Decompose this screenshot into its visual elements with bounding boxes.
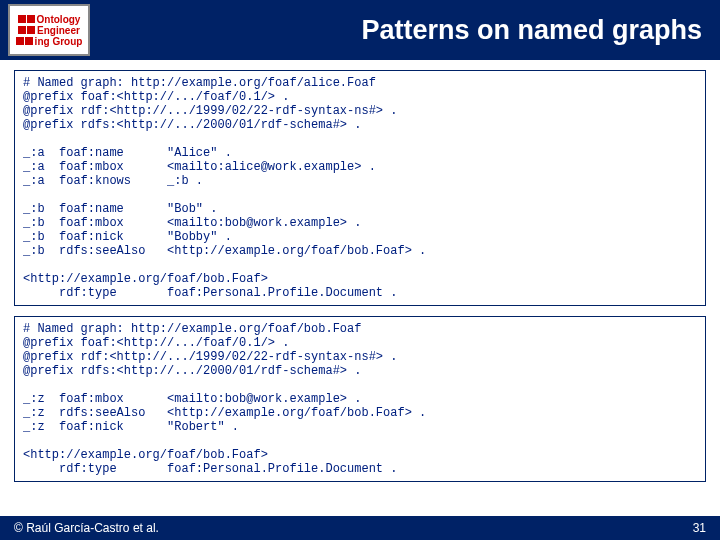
logo-line1: Ontology bbox=[37, 14, 81, 25]
footer-bar: © Raúl García-Castro et al. 31 bbox=[0, 516, 720, 540]
slide-body: # Named graph: http://example.org/foaf/a… bbox=[0, 60, 720, 482]
logo-line3: ing Group bbox=[35, 36, 83, 47]
title-bar: Ontology Engineer ing Group Patterns on … bbox=[0, 0, 720, 60]
slide-title: Patterns on named graphs bbox=[90, 15, 720, 46]
logo-badge: Ontology Engineer ing Group bbox=[8, 4, 90, 56]
logo-line2: Engineer bbox=[37, 25, 80, 36]
code-block-alice: # Named graph: http://example.org/foaf/a… bbox=[14, 70, 706, 306]
page-number: 31 bbox=[693, 521, 706, 535]
code-block-bob: # Named graph: http://example.org/foaf/b… bbox=[14, 316, 706, 482]
copyright-text: © Raúl García-Castro et al. bbox=[14, 521, 159, 535]
